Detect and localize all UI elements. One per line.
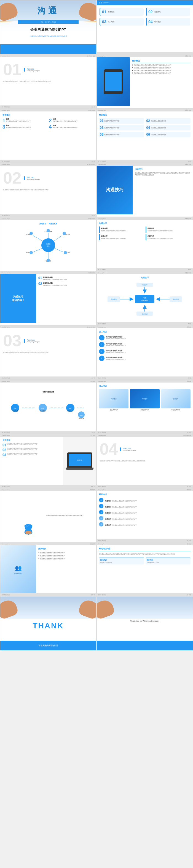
laptop-item-2: 02 在这里输入您的文字内容在这里输入您的文字内容 xyxy=(2,448,61,452)
slide8-body: 沟通技巧 沟通技巧 在这里输入您的文字在这里输入您的文字在这里输入您的文字在这里… xyxy=(97,166,193,214)
train-item-4: ✓ 培训内容标题文字内容 在这里输入您的文字在这里输入您的文字 xyxy=(99,355,191,361)
slide21-item-3: ▶ 在这里输入您的文字在这里输入您的文字 xyxy=(38,558,94,560)
num-badge-4: 4 xyxy=(99,516,103,520)
laptop-item-3: 03 在这里输入您的文字内容在这里输入您的文字内容 xyxy=(2,453,61,457)
svg-text:团队: 团队 xyxy=(69,408,72,409)
slide21-body: 👥 企业沟通培训 顾问培训 ▶ 在这里输入您的文字在这里输入您的文字 ▶ 在这里… xyxy=(0,545,96,594)
slide17-image: 培训内容 xyxy=(63,437,96,486)
slide10-grid: 标题内容 在这里输入您的文字在这里输入您的文字在这里输入 标题内容 在这里输入您… xyxy=(99,226,191,240)
slide15-title: 有效沟通的步骤 xyxy=(43,391,54,393)
slide22-content: 顾问培训内容 在这里输入您的文字内容在这里输入您的文字内容在这里输入您的文字内容… xyxy=(97,545,193,567)
slide-row-5: Company Name 沟通技巧培训 沟通技巧 — 沟通的本质 沟通的 本质 xyxy=(0,217,193,271)
svg-point-16 xyxy=(29,251,33,254)
slide10-title: 沟通技巧 xyxy=(99,222,191,225)
slide10-header: Company Name 沟通技巧培训 xyxy=(97,217,193,220)
slide9-header: Company Name 沟通技巧培训 xyxy=(0,217,96,220)
slide19-content: 在这里输入您的文字内容在这里输入您的文字内容在这里输入 xyxy=(0,491,96,540)
img-label-2: 沟通技巧培训 xyxy=(130,409,159,411)
part-two-info: Part two Company Slogan xyxy=(24,177,40,180)
svg-point-17 xyxy=(29,232,33,235)
slide4-content: ▶ 在这里输入您的文字在这里输入您的文字在这里输入您的文字 ▶ 在这里输入您的文… xyxy=(132,64,191,74)
slide11-header: Company Name 沟通技巧培训 xyxy=(0,271,96,274)
slide12-header: Company Name 沟通技巧培训 xyxy=(97,271,193,274)
svg-text:持续改进: 持续改进 xyxy=(79,417,84,419)
company-bar: Company Name 第一章 整体概况 xyxy=(0,55,96,57)
svg-text:有效: 有效 xyxy=(14,408,17,409)
slide8-image: 沟通技巧 xyxy=(97,166,133,214)
part-four-label: Part four xyxy=(123,447,136,450)
num-item-3: 3 标题内容 在这里输入您的文字在这里输入您的文字 xyxy=(99,510,191,515)
laptop-shape: 培训内容 xyxy=(67,453,92,470)
train-icon-1: ✓ xyxy=(99,335,105,340)
slide-image-right: Company Name 顾问培训 👥 企业沟通培训 顾问培训 ▶ 在这里输入您… xyxy=(0,542,96,596)
part-two-desc: 在这里输入您的文字内容在这里输入您的文字内容在这里输入您的文字内容 xyxy=(0,186,96,193)
slide8-text: 沟通技巧 在这里输入您的文字在这里输入您的文字在这里输入您的文字在这里输入您的文… xyxy=(133,166,193,214)
list-item-3: 标题内容 在这里输入您的文字在这里输入您的文字在这里输入 xyxy=(99,234,144,241)
thank-hand-left xyxy=(0,597,22,619)
slide-circle-steps: Company Name 员工培训 有效沟通的步骤 有效 有效沟通 xyxy=(0,379,96,434)
part-two-area: 02 Part two Company Slogan xyxy=(0,166,96,186)
part-three-desc: 在这里输入您的文字内容在这里输入您的文字内容在这里输入您的文字内容 xyxy=(0,349,96,355)
cover-main-title: 企业沟通技巧培训PPT xyxy=(30,27,66,32)
slide12-content: 沟通技巧 沟通 的重要性 整体概况 顾问培训 xyxy=(97,274,193,319)
svg-text:积极: 积极 xyxy=(42,408,44,409)
svg-point-14 xyxy=(64,251,67,254)
thank-cn-text: 谢谢大家的观看与聆听 xyxy=(38,644,58,647)
thank-subtitle: Thank You for Watching Company xyxy=(97,620,193,622)
desc-item-2: 顾问培训 在这里输入您的文字内容 xyxy=(145,558,191,564)
svg-rect-18 xyxy=(135,295,155,303)
toc-content: 01 整体概况 02 沟通技巧 03 员工培训 04 顾问培训 xyxy=(97,5,193,28)
slide11-panel-title: 沟通技巧培训内容！ xyxy=(12,295,25,302)
svg-text:沟通: 沟通 xyxy=(143,297,146,299)
slide20-header: Company Name 顾问培训 xyxy=(97,488,193,491)
slide4-header: Company Name 沟通技巧培训 xyxy=(97,55,193,57)
slide-row-2: Company Name 第一章 整体概况 01 Part one Compan… xyxy=(0,54,193,108)
part-three-info: Part three Company Slogan xyxy=(24,339,40,343)
img-placeholder-1: 培训图片 xyxy=(99,389,129,408)
svg-marker-21 xyxy=(130,297,134,301)
part-two-num: 02 xyxy=(3,170,22,186)
slide-row-12: THANK 谢谢大家的观看与聆听 Thank You for Watching … xyxy=(0,596,193,651)
slide-part-two: Company Name 第二章 沟通技巧 02 Part two Compan… xyxy=(0,163,96,217)
slide15-footer: 第三章 员工培训 第 9 页 xyxy=(0,431,96,433)
slide8-image-text: 沟通技巧 xyxy=(106,187,123,193)
slide-row-6: Company Name 沟通技巧培训 沟通技巧培训内容！ 01 专项培训标题 … xyxy=(0,271,193,325)
slide-radial: Company Name 沟通技巧培训 沟通技巧 — 沟通的本质 沟通的 本质 xyxy=(0,217,96,271)
laptop-screen: 培训内容 xyxy=(67,453,92,468)
slide22-desc: 在这里输入您的文字内容在这里输入您的文字内容在这里输入您的文字内容在这里输入您的… xyxy=(99,553,191,555)
train-item-1: ✓ 培训内容标题文字内容 在这里输入您的文字在这里输入您的文字 xyxy=(99,335,191,340)
steps-svg: 有效 有效沟通 积极 积极反馈 团队 团队合作 持续 持续改进 xyxy=(10,396,87,423)
slide14-content: 员工培训 ✓ 培训内容标题文字内容 在这里输入您的文字在这里输入您的文字 xyxy=(97,328,193,363)
slide18-header: Company Name 第四章 顾问培训 xyxy=(97,434,193,437)
cover-info-text: 培训：XXX 部门：咨询部 xyxy=(40,21,56,23)
svg-line-2 xyxy=(54,248,63,252)
img-col-2: 培训图片 沟通技巧培训 xyxy=(130,389,159,411)
slide5-grid: 1 标题 在这里输入您的文字在这里输入您的文字 2 标题 在这里输入您的文字在这… xyxy=(2,118,94,129)
train-item-2: ✓ 培训内容标题文字内容 在这里输入您的文字在这里输入您的文字 xyxy=(99,342,191,347)
img-label-3: 职业发展培训 xyxy=(161,409,191,411)
toc-footer xyxy=(97,52,193,54)
svg-text:员工培训: 员工培训 xyxy=(142,313,147,315)
num-badge-3: 3 xyxy=(99,510,103,514)
slide8-title: 沟通技巧 xyxy=(135,168,191,170)
slide19-header: Company Name 顾问培训 xyxy=(0,488,96,491)
slide-thankyou-right: Thank You for Watching Company xyxy=(96,596,193,651)
thank-hand-right xyxy=(74,597,96,619)
six-item-4: 04 在这里输入您的文字内容 xyxy=(145,125,191,130)
slide-thankyou-left: THANK 谢谢大家的观看与聆听 xyxy=(0,596,96,651)
slide21-item-1: ▶ 在这里输入您的文字在这里输入您的文字 xyxy=(38,552,94,554)
slide14-header: Company Name 员工培训 xyxy=(97,326,193,328)
part-one-footer: 第一章 整体概况 第 1 页 xyxy=(0,105,96,108)
slide-image-3col: Company Name 员工培训 员工培训 培训图片 企业员工培训 培训图片 xyxy=(96,379,193,434)
svg-point-58 xyxy=(25,531,32,534)
slide-numbered: Company Name 沟通技巧培训 整体概况 1 标题 在这里输入您的文字在… xyxy=(0,108,96,163)
slide17-body: 员工培训 01 在这里输入您的文字内容在这里输入您的文字内容 02 在这里输入您… xyxy=(0,437,96,486)
slide16-footer: 第三章 员工培训 第 10 页 xyxy=(97,431,193,433)
part-two-subtitle: Company Slogan xyxy=(27,178,40,180)
svg-text:有效沟通: 有效沟通 xyxy=(12,410,18,412)
slide16-grid: 培训图片 企业员工培训 培训图片 沟通技巧培训 培训图片 xyxy=(99,389,191,411)
item-2: 2 标题 在这里输入您的文字在这里输入您的文字 xyxy=(49,118,94,123)
toc-item-2: 02 沟通技巧 xyxy=(146,8,190,16)
slide17-header: Company Name 员工培训 xyxy=(0,434,96,437)
svg-line-1 xyxy=(54,236,62,241)
